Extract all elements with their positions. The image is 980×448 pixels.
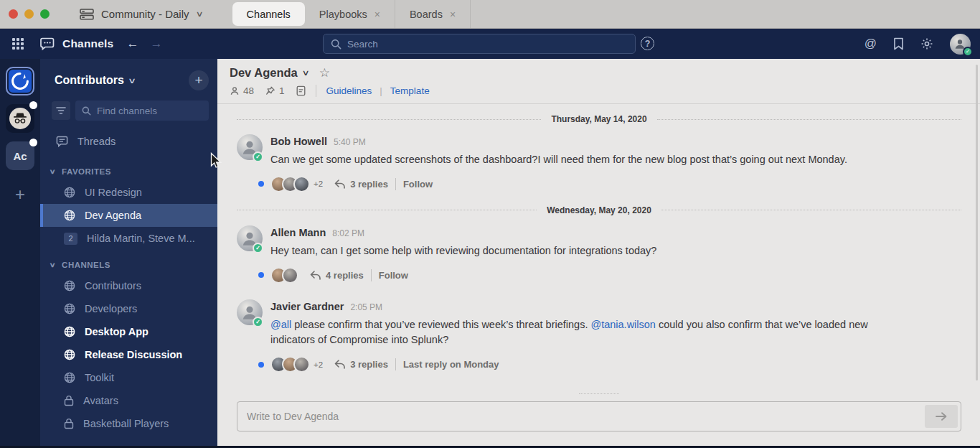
server-icon bbox=[80, 9, 94, 20]
sidebar-header: Contributors ∨ + bbox=[40, 59, 217, 96]
close-icon[interactable]: × bbox=[450, 9, 456, 20]
add-channel-button[interactable]: + bbox=[189, 70, 209, 90]
reply-count[interactable]: 4 replies bbox=[326, 270, 364, 281]
message-time: 8:02 PM bbox=[332, 228, 364, 238]
os-tab-bar: Community - Daily ∨ Channels Playbooks ×… bbox=[0, 0, 980, 29]
message-time: 2:05 PM bbox=[350, 302, 382, 312]
globe-icon bbox=[64, 187, 75, 198]
thread-participants bbox=[270, 176, 310, 192]
date-divider: Wednesday, May 20, 2020 bbox=[237, 205, 961, 215]
message-author[interactable]: Bob Howell bbox=[270, 136, 327, 147]
sidebar-item-desktop-app[interactable]: Desktop App bbox=[40, 320, 217, 343]
global-search[interactable] bbox=[323, 34, 636, 54]
sidebar-item-release-discussion[interactable]: Release Discussion bbox=[40, 343, 217, 366]
sidebar-item-group-dm[interactable]: 2 Hilda Martin, Steve M... bbox=[40, 227, 217, 250]
product-menu-icon[interactable] bbox=[12, 38, 24, 50]
sidebar-item-toolkit[interactable]: Toolkit bbox=[40, 366, 217, 389]
follow-button[interactable]: Follow bbox=[379, 270, 408, 281]
search-input[interactable] bbox=[347, 39, 628, 50]
team-incognito[interactable] bbox=[6, 104, 34, 133]
close-window-button[interactable] bbox=[9, 9, 18, 19]
sidebar-item-avatars[interactable]: Avatars bbox=[40, 389, 217, 412]
thread-summary[interactable]: +2 3 replies Last reply on Monday bbox=[258, 356, 961, 373]
close-icon[interactable]: × bbox=[374, 9, 380, 20]
unread-dot bbox=[258, 272, 264, 278]
avatar[interactable]: ✓ bbox=[237, 225, 263, 251]
mention-all[interactable]: @all bbox=[270, 319, 291, 330]
avatar[interactable]: ✓ bbox=[237, 134, 263, 160]
sidebar-item-developers[interactable]: Developers bbox=[40, 297, 217, 320]
thread-summary[interactable]: +2 3 replies Follow bbox=[258, 176, 961, 192]
globe-icon bbox=[64, 210, 75, 221]
find-channels-box[interactable] bbox=[75, 101, 209, 121]
section-favorites[interactable]: ∨ FAVORITES bbox=[40, 157, 217, 181]
section-label: CHANNELS bbox=[62, 261, 110, 269]
chevron-down-icon[interactable]: ∨ bbox=[301, 68, 309, 78]
find-channels-input[interactable] bbox=[97, 106, 202, 116]
message-author[interactable]: Allen Mann bbox=[270, 227, 326, 238]
sidebar-item-contributors[interactable]: Contributors bbox=[40, 274, 217, 297]
scrollbar[interactable] bbox=[976, 65, 978, 381]
message-input[interactable] bbox=[247, 411, 818, 422]
unread-dot bbox=[258, 181, 264, 187]
team-initials: Ac bbox=[13, 150, 27, 162]
sidebar-item-threads[interactable]: Threads bbox=[40, 125, 217, 157]
tab-playbooks[interactable]: Playbooks × bbox=[305, 0, 395, 28]
globe-icon bbox=[64, 303, 75, 314]
help-icon[interactable]: ? bbox=[641, 37, 654, 50]
pinned-count[interactable]: 1 bbox=[265, 85, 285, 96]
channels-product-icon bbox=[39, 37, 56, 51]
maximize-window-button[interactable] bbox=[40, 9, 50, 19]
reply-arrow-icon bbox=[334, 360, 345, 369]
minimize-window-button[interactable] bbox=[24, 9, 34, 19]
add-team-button[interactable]: + bbox=[15, 185, 25, 205]
mention-tania-wilson[interactable]: @tania.wilson bbox=[590, 319, 655, 330]
follow-button[interactable]: Follow bbox=[403, 179, 433, 190]
reply-count[interactable]: 3 replies bbox=[350, 359, 388, 370]
reply-arrow-icon bbox=[334, 179, 345, 189]
divider bbox=[395, 358, 396, 370]
globe-icon bbox=[64, 280, 75, 291]
section-channels[interactable]: ∨ CHANNELS bbox=[40, 250, 217, 274]
tab-boards[interactable]: Boards × bbox=[395, 0, 471, 28]
thread-summary[interactable]: 4 replies Follow bbox=[258, 267, 961, 284]
template-link[interactable]: Template bbox=[390, 85, 430, 96]
channel-label: Desktop App bbox=[85, 326, 149, 337]
workspace-switcher[interactable]: Community - Daily ∨ bbox=[80, 8, 202, 20]
avatar[interactable]: ✓ bbox=[237, 299, 263, 325]
message-composer[interactable] bbox=[237, 401, 961, 431]
message-list: Thursday, May 14, 2020 ✓ Bob Howell 5:40… bbox=[217, 104, 980, 396]
divider bbox=[371, 269, 372, 281]
reply-count[interactable]: 3 replies bbox=[350, 179, 388, 190]
last-reply-label: Last reply on Monday bbox=[403, 359, 499, 370]
globe-icon bbox=[64, 372, 75, 383]
mentions-icon[interactable]: @ bbox=[864, 37, 877, 51]
member-count[interactable]: 48 bbox=[230, 85, 254, 96]
channel-title[interactable]: Dev Agenda bbox=[230, 66, 298, 80]
lock-icon bbox=[64, 395, 74, 406]
settings-gear-icon[interactable] bbox=[920, 37, 933, 50]
saved-posts-icon[interactable] bbox=[893, 37, 904, 50]
send-button[interactable] bbox=[925, 405, 958, 428]
favorite-star-icon[interactable]: ☆ bbox=[319, 65, 330, 80]
channel-label: Dev Agenda bbox=[85, 210, 141, 221]
composer-area bbox=[217, 396, 980, 431]
guidelines-link[interactable]: Guidelines bbox=[326, 85, 372, 96]
sidebar-item-dev-agenda[interactable]: Dev Agenda bbox=[40, 204, 217, 227]
message-bob-howell: ✓ Bob Howell 5:40 PM Can we get some upd… bbox=[237, 134, 961, 192]
channel-files-icon[interactable] bbox=[296, 85, 306, 96]
date-label: Thursday, May 14, 2020 bbox=[551, 114, 646, 124]
team-mattermost[interactable] bbox=[6, 67, 34, 95]
sidebar-item-basketball-players[interactable]: Basketball Players bbox=[40, 412, 217, 435]
tab-channels[interactable]: Channels bbox=[232, 2, 305, 26]
user-avatar[interactable]: ✓ bbox=[950, 34, 971, 55]
message-author[interactable]: Javier Gardner bbox=[270, 301, 344, 312]
online-status-badge: ✓ bbox=[253, 243, 263, 253]
team-name-dropdown[interactable]: Contributors bbox=[55, 74, 124, 87]
reply-arrow-icon bbox=[310, 271, 321, 280]
filter-icon[interactable] bbox=[52, 101, 70, 120]
back-arrow-icon[interactable]: ← bbox=[126, 37, 138, 51]
team-ac[interactable]: Ac bbox=[6, 141, 34, 170]
forward-arrow-icon[interactable]: → bbox=[150, 37, 162, 51]
sidebar-item-ui-redesign[interactable]: UI Redesign bbox=[40, 181, 217, 204]
